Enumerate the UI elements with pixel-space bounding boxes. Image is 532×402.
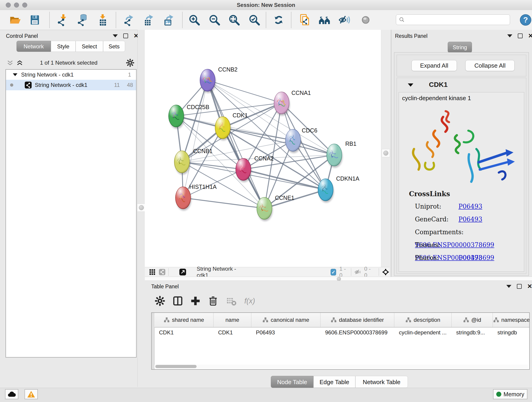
column-header--id[interactable]: @id bbox=[452, 313, 493, 327]
pan-crosshair-icon[interactable] bbox=[382, 267, 389, 277]
tab-network[interactable]: Network bbox=[17, 41, 51, 52]
hide-selected-icon[interactable] bbox=[338, 14, 350, 26]
tab-sets[interactable]: Sets bbox=[103, 41, 125, 52]
float-panel-icon[interactable] bbox=[518, 33, 523, 38]
grid-view-icon[interactable] bbox=[149, 268, 156, 276]
add-column-icon[interactable] bbox=[190, 295, 201, 307]
node-CCNA2[interactable] bbox=[236, 158, 251, 180]
node-CCNA1[interactable] bbox=[274, 92, 289, 114]
scrollbar-thumb[interactable] bbox=[155, 365, 196, 368]
delete-column-icon[interactable] bbox=[207, 295, 219, 307]
save-session-icon[interactable] bbox=[29, 14, 41, 26]
import-table-icon[interactable] bbox=[96, 14, 109, 26]
search-input[interactable] bbox=[405, 16, 502, 23]
edge-HIST1H1A-CCNE1[interactable] bbox=[183, 198, 264, 208]
column-header-name[interactable]: name bbox=[214, 313, 251, 327]
node-HIST1H1A[interactable] bbox=[176, 187, 191, 209]
expand-all-icon[interactable] bbox=[16, 59, 23, 66]
node-CDC25B[interactable] bbox=[169, 105, 184, 127]
network-view-type-icon[interactable] bbox=[159, 268, 165, 276]
splitter-handle[interactable] bbox=[337, 277, 341, 281]
network-options-gear-icon[interactable] bbox=[126, 58, 135, 68]
edge-CCNB1-CCNA2[interactable] bbox=[182, 162, 243, 169]
cell[interactable]: stringdb bbox=[493, 327, 530, 338]
edge-CCNB2-RB1[interactable] bbox=[208, 80, 334, 155]
float-panel-icon[interactable] bbox=[123, 33, 128, 38]
selection-checkbox[interactable]: ✓ bbox=[331, 269, 336, 275]
column-header-canonical-name[interactable]: canonical name bbox=[251, 313, 321, 327]
show-all-icon[interactable] bbox=[360, 14, 372, 26]
section-expander-icon[interactable] bbox=[408, 83, 413, 87]
float-panel-icon[interactable] bbox=[517, 284, 522, 289]
show-columns-icon[interactable] bbox=[172, 295, 184, 307]
cell[interactable]: CDK1 bbox=[214, 327, 251, 338]
export-network-icon[interactable] bbox=[123, 14, 135, 26]
right-splitter[interactable] bbox=[381, 30, 391, 277]
collapse-panel-icon[interactable] bbox=[506, 285, 511, 288]
search-field[interactable] bbox=[396, 14, 510, 25]
warning-status-button[interactable] bbox=[25, 389, 38, 399]
edge-CCNB2-HIST1H1A[interactable] bbox=[183, 80, 208, 198]
crosslink-link[interactable]: P06493 bbox=[458, 216, 482, 223]
horizontal-splitter[interactable] bbox=[145, 277, 532, 281]
node-CDK1[interactable] bbox=[215, 117, 230, 139]
network-from-selection-icon[interactable] bbox=[298, 14, 311, 26]
collapse-all-icon[interactable] bbox=[6, 59, 14, 66]
table-hscrollbar[interactable] bbox=[154, 365, 528, 368]
cell[interactable]: P06493 bbox=[251, 327, 321, 338]
open-session-icon[interactable] bbox=[9, 14, 21, 26]
birds-eye-view-icon[interactable] bbox=[179, 268, 186, 276]
tab-string[interactable]: String bbox=[448, 42, 472, 53]
import-network-file-icon[interactable] bbox=[56, 14, 69, 26]
export-image-icon[interactable] bbox=[162, 14, 175, 26]
column-header-database-identifier[interactable]: database identifier bbox=[321, 313, 394, 327]
column-header-shared-name[interactable]: shared name bbox=[154, 313, 214, 327]
close-panel-icon[interactable]: ✕ bbox=[528, 34, 532, 38]
collapse-all-button[interactable]: Collapse All bbox=[465, 60, 515, 71]
tab-network-table[interactable]: Network Table bbox=[355, 376, 408, 388]
cell[interactable]: stringdb:9... bbox=[452, 327, 493, 338]
expand-all-button[interactable]: Expand All bbox=[412, 60, 457, 71]
network-collection-row[interactable]: String Network - cdk1 1 bbox=[6, 70, 136, 80]
cloud-status-button[interactable] bbox=[5, 389, 18, 399]
splitter-handle[interactable] bbox=[382, 149, 390, 157]
table-options-gear-icon[interactable] bbox=[154, 295, 166, 307]
network-row-selected[interactable]: String Network - cdk1 11 48 bbox=[6, 80, 136, 90]
tab-edge-table[interactable]: Edge Table bbox=[313, 376, 355, 388]
tab-select[interactable]: Select bbox=[76, 41, 103, 52]
node-CDC6[interactable] bbox=[285, 129, 301, 151]
cell[interactable]: CDK1 bbox=[154, 327, 214, 338]
node-CCNE1[interactable] bbox=[257, 197, 272, 219]
tree-expander-icon[interactable] bbox=[13, 73, 17, 76]
crosslink-link[interactable]: P06493 bbox=[458, 254, 482, 261]
zoom-in-icon[interactable] bbox=[188, 14, 201, 26]
node-CCNB2[interactable] bbox=[200, 69, 215, 91]
export-table-icon[interactable] bbox=[142, 14, 155, 26]
help-icon[interactable]: ? bbox=[519, 14, 532, 26]
import-network-database-icon[interactable] bbox=[76, 14, 89, 26]
cell[interactable]: cyclin-dependent ... bbox=[394, 327, 452, 338]
splitter-handle[interactable] bbox=[137, 204, 146, 212]
collapse-panel-icon[interactable] bbox=[113, 34, 118, 37]
zoom-selected-icon[interactable] bbox=[248, 14, 260, 26]
network-canvas[interactable]: CCNB2CCNA1CDC25BCDK1CDC6RB1CCNB1CCNA2CDK… bbox=[145, 30, 381, 267]
edge-CDKN1A-CCNE1[interactable] bbox=[264, 190, 326, 208]
refresh-view-icon[interactable] bbox=[272, 14, 285, 26]
zoom-out-icon[interactable] bbox=[208, 14, 221, 26]
memory-button[interactable]: Memory bbox=[493, 389, 527, 399]
tab-node-table[interactable]: Node Table bbox=[271, 376, 313, 388]
node-CCNB1[interactable] bbox=[174, 151, 190, 173]
tab-style[interactable]: Style bbox=[51, 41, 76, 52]
cell[interactable]: 9606.ENSP00000378699 bbox=[321, 327, 394, 338]
node-RB1[interactable] bbox=[327, 144, 342, 166]
edge-CCNA2-CDKN1A[interactable] bbox=[243, 169, 326, 190]
column-header-description[interactable]: description bbox=[394, 313, 452, 327]
left-splitter[interactable] bbox=[138, 30, 145, 387]
node-CDKN1A[interactable] bbox=[318, 179, 333, 201]
collapse-panel-icon[interactable] bbox=[507, 34, 512, 37]
first-neighbors-icon[interactable] bbox=[318, 14, 331, 26]
table-row[interactable]: CDK1CDK1P064939606.ENSP00000378699cyclin… bbox=[154, 327, 530, 338]
close-panel-icon[interactable]: ✕ bbox=[527, 284, 532, 288]
column-header-namespace[interactable]: namespace bbox=[493, 313, 530, 327]
edge-CCNB2-CCNA1[interactable] bbox=[208, 80, 282, 103]
